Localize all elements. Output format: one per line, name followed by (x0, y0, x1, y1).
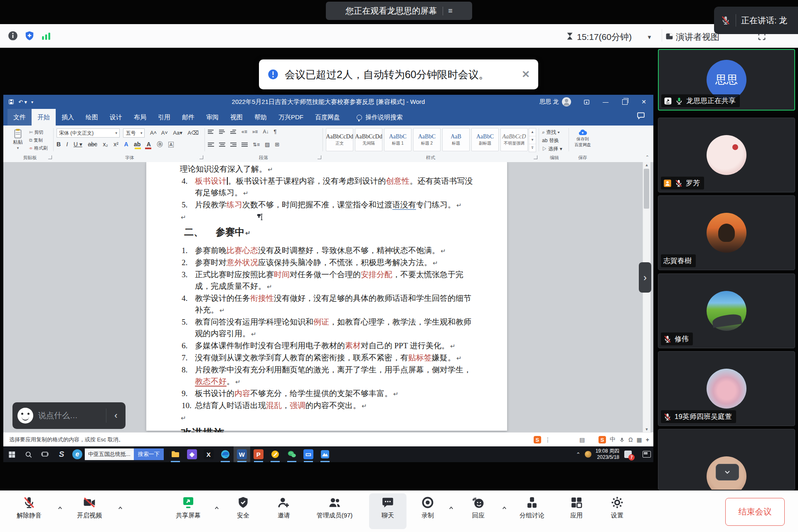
char-border-icon[interactable]: A (168, 142, 174, 148)
minimize-button[interactable]: — (596, 95, 615, 109)
bullets-icon[interactable] (208, 129, 214, 135)
tray-badged-app-icon[interactable]: 7 (623, 450, 633, 459)
sidebar-collapse-button[interactable] (716, 464, 739, 480)
editing-替换-button[interactable]: ab 替换 (542, 136, 562, 145)
style-card-标题[interactable]: AaB标题 (442, 128, 470, 151)
s-logo-app-icon[interactable]: S (53, 446, 70, 462)
ribbon-tab-百度网盘[interactable]: 百度网盘 (309, 109, 346, 126)
ime-mic-icon[interactable] (619, 437, 625, 443)
chat-placeholder[interactable]: 说点什么… (38, 410, 106, 421)
network-signal-icon[interactable] (41, 30, 52, 41)
style-card-不明显强调[interactable]: AaBbCcD不明显强调 (500, 128, 528, 151)
notification-close-icon[interactable]: ✕ (522, 69, 530, 80)
taskbar-app-blue-app[interactable]: ▭ (300, 446, 317, 462)
styles-dialog-launcher-icon[interactable] (534, 155, 537, 159)
subscript-button[interactable]: x₂ (103, 141, 108, 148)
account-name[interactable]: 思思 龙 (539, 98, 559, 106)
bold-button[interactable]: B (57, 141, 61, 148)
decrease-indent-icon[interactable]: «≡ (241, 129, 247, 135)
scroll-down-icon[interactable]: ▼ (643, 427, 650, 431)
taskbar-app-powerpoint[interactable]: P (250, 446, 267, 462)
ribbon-tab-邮件[interactable]: 邮件 (176, 109, 200, 126)
ribbon-tab-布局[interactable]: 布局 (128, 109, 152, 126)
cut-button[interactable]: ✄ 剪切 (29, 128, 48, 136)
style-card-标题 1[interactable]: AaBbC标题 1 (384, 128, 411, 151)
banner-menu-icon[interactable]: ≡ (443, 7, 453, 15)
format-painter-button[interactable]: ⌯ 格式刷 (29, 144, 48, 152)
multilevel-list-icon[interactable] (230, 129, 236, 135)
sort-icon[interactable]: A↓ (263, 129, 268, 135)
clear-format-icon[interactable]: A⌫ (187, 130, 199, 136)
collapse-ribbon-icon[interactable]: ⌃ (645, 155, 649, 160)
align-right-icon[interactable] (230, 142, 236, 148)
ime-symbols-icon[interactable]: Ω (628, 436, 633, 443)
participant-tile-龙思思正在共享[interactable]: 思思龙思思正在共享 (658, 49, 795, 111)
word-title-bar[interactable]: 2022年5月21日吉首大学师范技能大赛校赛参赛反思 [兼容模式] - Word… (3, 95, 653, 109)
highlight-icon[interactable]: ab (134, 141, 141, 148)
paragraph-dialog-launcher-icon[interactable] (318, 155, 321, 159)
ribbon-tab-视图[interactable]: 视图 (224, 109, 249, 126)
tray-network-icon[interactable] (585, 451, 591, 458)
taskbar-search-icon[interactable] (20, 446, 37, 462)
toolbar-共享屏幕[interactable]: 共享屏幕 (161, 493, 215, 529)
account-avatar[interactable] (562, 97, 571, 106)
toolbar-回应[interactable]: 回应 (451, 493, 505, 529)
ime-lang-icon[interactable]: 中 (610, 436, 616, 443)
news-widget[interactable]: e 中亚五国总统抵... 搜索一下 (72, 446, 164, 462)
toolbar-chevron-icon[interactable] (117, 505, 123, 511)
document-scrollbar[interactable]: ▲ ▼ (643, 162, 650, 432)
news-headline[interactable]: 中亚五国总统抵... (85, 448, 134, 460)
shrink-font-icon[interactable]: A˅ (161, 130, 168, 136)
document-area[interactable]: 理论知识没有深入了解。↵4.板书设计。板书设计基于课程内容，没有考虑到设计的创意… (3, 162, 653, 432)
read-mode-icon[interactable]: ▤ (579, 436, 585, 443)
align-center-icon[interactable] (219, 142, 225, 148)
ribbon-tab-万兴PDF[interactable]: 万兴PDF (273, 109, 309, 126)
sidebar-toggle[interactable]: › (639, 262, 651, 293)
style-card-副标题[interactable]: AaBbC副标题 (471, 128, 499, 151)
chat-hint[interactable]: 说点什么… ‹ (12, 402, 126, 429)
paste-button[interactable]: 粘贴 ▾ (7, 127, 28, 150)
underline-button[interactable]: U ▾ (74, 141, 82, 148)
copy-button[interactable]: ⧉ 复制 (29, 136, 48, 144)
taskbar-app-mountain-app[interactable] (317, 446, 333, 462)
taskbar-app-yellow-app[interactable] (267, 446, 283, 462)
strikethrough-button[interactable]: abc (88, 141, 97, 148)
font-color-icon[interactable]: A (147, 141, 151, 148)
shield-protect-icon[interactable] (24, 30, 35, 41)
toolbar-管理成员(97)[interactable]: 管理成员(97) (308, 493, 362, 529)
ribbon-tab-审阅[interactable]: 审阅 (200, 109, 224, 126)
news-search-button[interactable]: 搜索一下 (134, 448, 164, 460)
numbering-icon[interactable] (219, 129, 225, 135)
toolbar-开启视频[interactable]: 开启视频 (62, 493, 116, 529)
tell-me-search[interactable]: 操作说明搜索 (357, 113, 403, 121)
timer-caret-icon[interactable]: ▼ (647, 34, 652, 40)
taskbar-app-word[interactable]: W (234, 446, 250, 462)
ribbon-tab-文件[interactable]: 文件 (7, 109, 32, 126)
baidu-save-button[interactable]: 保存到 百度网盘 (571, 128, 594, 148)
sogou-icon[interactable]: S (534, 436, 541, 443)
participant-tile-修伟[interactable]: 修伟 (658, 273, 795, 348)
toolbar-解除静音[interactable]: 解除静音 (2, 493, 56, 529)
taskbar-app-x-app[interactable]: X (200, 446, 217, 462)
borders-icon[interactable]: ⊞ (275, 141, 279, 148)
font-size-select[interactable]: 五号▾ (123, 128, 145, 138)
ime-sogou-icon[interactable]: S (598, 436, 606, 443)
toolbar-设置[interactable]: 设置 (590, 493, 644, 529)
grow-font-icon[interactable]: A˄ (150, 130, 157, 136)
clipboard-dialog-launcher-icon[interactable] (48, 155, 52, 159)
editing-查找-button[interactable]: ⌕ 查找 ▾ (542, 128, 562, 136)
toolbar-录制[interactable]: 录制 (401, 493, 455, 529)
taskbar-clock[interactable]: 19:08 周四 2023/5/18 (596, 448, 619, 461)
change-case-icon[interactable]: Aa▾ (173, 130, 182, 136)
superscript-button[interactable]: x² (113, 141, 118, 148)
increase-indent-icon[interactable]: »≡ (252, 129, 258, 135)
comments-icon[interactable] (637, 111, 645, 120)
ime-toolbox-icon[interactable]: + (646, 436, 649, 443)
line-spacing-icon[interactable]: ⇅≡ (253, 142, 260, 148)
scrollbar-thumb[interactable] (644, 169, 649, 209)
view-mode-selector[interactable]: 演讲者视图 (676, 31, 719, 43)
ribbon-tab-开始[interactable]: 开始 (32, 109, 56, 126)
document-text[interactable]: 理论知识没有深入了解。↵4.板书设计。板书设计基于课程内容，没有考虑到设计的创意… (180, 163, 473, 432)
enclose-char-icon[interactable]: ⓐ (157, 141, 163, 148)
ribbon-display-icon[interactable] (577, 95, 596, 109)
